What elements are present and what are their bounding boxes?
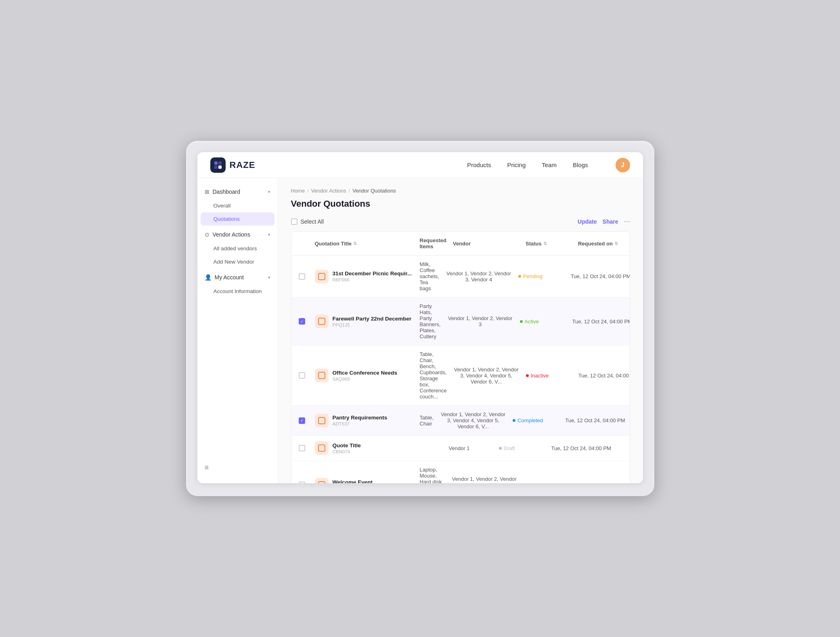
row3-code: SAQ969 (333, 377, 398, 381)
nav-team[interactable]: Team (542, 161, 557, 168)
row1-vendor: Vendor 1, Vendor 2, Vendor 3, Vendor 4 (442, 265, 515, 288)
sidebar-bottom-icon[interactable]: ≡ (197, 459, 278, 477)
row3-vendor: Vendor 1, Vendor 2, Vendor 3, Vendor 4, … (450, 361, 523, 390)
account-icon: 👤 (205, 274, 212, 281)
row3-title-cell: Office Conference Needs SAQ969 (312, 363, 417, 388)
nav-pricing[interactable]: Pricing (507, 161, 526, 168)
page-title: Vendor Quotations (291, 199, 630, 209)
row3-checkbox-cell (295, 367, 312, 384)
sidebar: ⊞ Dashboard ▾ Overall Quotations ⊙ Vendo… (197, 178, 278, 483)
logo-icon (210, 157, 226, 173)
row2-title: Farewell Party 22nd December (333, 316, 412, 322)
sort-icon-status: ⇅ (543, 241, 547, 246)
header-requested-on: Requested on ⇅ (575, 235, 630, 252)
header-status: Status ⇅ (522, 235, 575, 252)
row5-status-dot (499, 447, 502, 450)
row4-status-text: Completed (517, 417, 543, 423)
row2-vendor: Vendor 1, Vendor 2, Vendor 3 (444, 310, 517, 333)
row4-title: Pantry Requirements (333, 415, 388, 421)
row1-status: Pending (515, 268, 568, 285)
row2-status: Active (517, 313, 569, 330)
row3-title: Office Conference Needs (333, 370, 398, 376)
row6-checkbox-cell (295, 476, 312, 483)
update-button[interactable]: Update (578, 218, 597, 225)
sidebar-vendor-header[interactable]: ⊙ Vendor Actions ▾ (197, 227, 278, 242)
row4-status-dot (513, 419, 515, 422)
header-vendor: Vendor (450, 235, 522, 252)
row5-code: CBN074 (333, 449, 361, 454)
svg-rect-1 (218, 161, 222, 165)
row4-code: ADT537 (333, 421, 388, 426)
header-requested-items: Requested Items (417, 232, 450, 255)
sidebar-account-header[interactable]: 👤 My Account ▾ (197, 270, 278, 285)
row1-checkbox-cell (295, 268, 312, 285)
sidebar-section-account: 👤 My Account ▾ Account Information (197, 270, 278, 298)
row1-status-text: Pending (523, 273, 543, 279)
table-row: ✓ Farewell Party 22nd December PPQ125 (291, 298, 630, 346)
logo-area: RAZE (210, 157, 256, 173)
table-header-row: Quotation Title ⇅ Requested Items Vendor… (291, 232, 630, 256)
sort-icon-title: ⇅ (353, 241, 357, 246)
dashboard-chevron: ▾ (268, 189, 270, 195)
row2-items: Party Hats, Party Banners, Plates, Cutle… (417, 298, 444, 345)
table-row: 31st December Picnic Requir... RBF066 Mi… (291, 256, 630, 298)
more-options-button[interactable]: ··· (624, 217, 630, 226)
sidebar-item-quotations[interactable]: Quotations (201, 212, 274, 226)
row1-code: RBF066 (333, 277, 412, 282)
row5-status-text: Draft (504, 445, 515, 451)
share-button[interactable]: Share (603, 218, 618, 225)
nav-blogs[interactable]: Blogs (573, 161, 588, 168)
sort-icon-date: ⇅ (614, 241, 618, 246)
row5-items (417, 442, 423, 454)
row5-vendor: Vendor 1 (423, 440, 496, 457)
row1-title-cell: 31st December Picnic Requir... RBF066 (312, 264, 417, 289)
select-all-checkbox[interactable] (291, 218, 297, 225)
svg-rect-3 (218, 166, 222, 169)
row2-checkbox-cell: ✓ (295, 312, 312, 330)
quotations-table: Quotation Title ⇅ Requested Items Vendor… (291, 231, 630, 483)
user-avatar[interactable]: J (616, 158, 630, 172)
row2-code: PPQ125 (333, 323, 412, 327)
row2-status-text: Active (525, 318, 539, 325)
vendor-label: Vendor Actions (213, 231, 250, 238)
row1-checkbox[interactable] (299, 273, 305, 280)
row5-checkbox[interactable] (299, 445, 305, 451)
row2-date: Tue, 12 Oct 24, 04:00 PM (569, 313, 630, 330)
row6-icon (315, 478, 329, 483)
row5-checkbox-cell (295, 439, 312, 457)
row4-checkbox[interactable]: ✓ (299, 417, 305, 424)
select-all-label[interactable]: Select All (301, 218, 324, 225)
row5-status: Draft (496, 440, 548, 457)
breadcrumb-vendor-actions[interactable]: Vendor Actions (311, 188, 346, 194)
sidebar-item-overall[interactable]: Overall (197, 199, 278, 212)
breadcrumb: Home / Vendor Actions / Vendor Quotation… (291, 188, 630, 194)
row6-items: Laptop, Mouse, Hard disk, Keyboard, Comp… (417, 461, 448, 483)
breadcrumb-home[interactable]: Home (291, 188, 305, 194)
sidebar-item-account-info[interactable]: Account Information (197, 285, 278, 298)
row3-icon (315, 369, 329, 382)
table-row: Welcome Event JLX348 Laptop, Mouse, Hard… (291, 461, 630, 483)
vendor-icon: ⊙ (205, 231, 209, 238)
row4-title-cell: Pantry Requirements ADT537 (312, 408, 417, 433)
toolbar-actions: Update Share ··· (578, 217, 630, 226)
row3-checkbox[interactable] (299, 372, 305, 379)
sidebar-dashboard-header[interactable]: ⊞ Dashboard ▾ (197, 184, 278, 199)
dashboard-label: Dashboard (213, 189, 241, 195)
row3-status: Inactive (523, 367, 575, 384)
row6-status: Active (521, 476, 573, 484)
logo-text: RAZE (230, 160, 256, 170)
select-all-area: Select All (291, 218, 324, 225)
row2-checkbox[interactable]: ✓ (299, 318, 305, 325)
breadcrumb-current: Vendor Quotations (352, 188, 396, 194)
nav-products[interactable]: Products (467, 161, 491, 168)
main-content: Home / Vendor Actions / Vendor Quotation… (278, 178, 643, 483)
row6-checkbox[interactable] (299, 482, 305, 483)
row4-checkbox-cell: ✓ (295, 412, 312, 430)
row1-items: Milk, Coffee sachets, Tea bags (417, 256, 442, 297)
row6-date: Tue, 12 Oct 24, 04:00 PM (573, 476, 630, 484)
sidebar-item-add-vendor[interactable]: Add New Vendor (197, 255, 278, 268)
nav-links: Products Pricing Team Blogs J (467, 158, 630, 172)
sidebar-item-all-vendors[interactable]: All added vendors (197, 242, 278, 255)
row6-title: Welcome Event (333, 479, 373, 484)
row4-items: Table, Chair (417, 409, 437, 432)
